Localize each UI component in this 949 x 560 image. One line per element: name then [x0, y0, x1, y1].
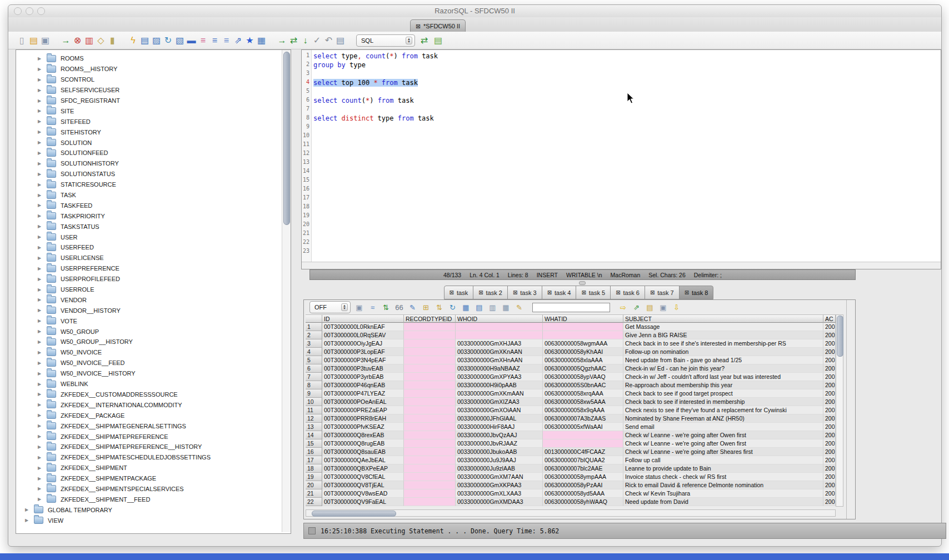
tree-item-w50-invoice[interactable]: ▶W50_INVOICE [16, 347, 282, 358]
cell-rownum[interactable]: 4 [306, 348, 322, 356]
cell-subject[interactable]: Check back to see if interested in membe… [623, 398, 823, 406]
cell-id[interactable]: 00T3000000POeAnEAL [322, 398, 404, 406]
editor-line[interactable]: 5 [302, 88, 941, 97]
cell-ac[interactable]: 200 [823, 381, 836, 389]
cell-recordtypeid[interactable] [404, 348, 456, 356]
auto-commit-icon[interactable]: ⇄ [418, 36, 430, 45]
expand-triangle-icon[interactable]: ▶ [36, 224, 43, 229]
editor-line[interactable]: 3 [302, 70, 941, 79]
tree-item-solutionhistory[interactable]: ▶SOLUTIONHISTORY [16, 158, 282, 169]
cell-recordtypeid[interactable] [404, 364, 456, 373]
cell-subject[interactable]: Check back in to see if she's interested… [623, 339, 823, 348]
expand-triangle-icon[interactable]: ▶ [36, 371, 43, 376]
cell-whoid[interactable]: 0033000000GmXHnAAN [456, 356, 543, 364]
expand-triangle-icon[interactable]: ▶ [36, 108, 43, 113]
expand-triangle-icon[interactable]: ▶ [23, 507, 31, 512]
tab-close-icon[interactable]: ⊠ [650, 289, 655, 296]
expand-triangle-icon[interactable]: ▶ [36, 234, 43, 239]
editor-line[interactable]: 6select count(*) from task [302, 97, 941, 106]
tree-item-userfeed[interactable]: ▶USERFEED [16, 242, 282, 253]
expand-triangle-icon[interactable]: ▶ [36, 297, 43, 302]
cell-whatid[interactable]: 0013000000C4fFCAAZ [543, 448, 623, 456]
new-connection-icon[interactable]: ◇ [95, 36, 107, 45]
editor-line[interactable]: 11 [302, 141, 941, 150]
expand-triangle-icon[interactable]: ▶ [36, 77, 43, 82]
cell-whoid[interactable]: 0033000000GmXM7AAN [456, 473, 543, 481]
table-row[interactable]: 700T3000000P3yrbEAB0033000000GmXPYAA3006… [306, 373, 836, 381]
editor-line[interactable]: 10 [302, 132, 941, 141]
cell-id[interactable]: 00T3000000QV8wsEAD [322, 489, 404, 498]
save-as-icon[interactable]: ▣ [658, 304, 668, 311]
tab-close-icon[interactable]: ⊠ [416, 23, 421, 29]
column-header-WHATID[interactable]: WHATID [543, 314, 623, 323]
help-book-icon[interactable]: ▬ [186, 36, 197, 45]
query-builder-icon[interactable]: ▨ [151, 36, 162, 45]
tree-item-vendor[interactable]: ▶VENDOR [16, 294, 282, 305]
tree-item-solution[interactable]: ▶SOLUTION [16, 137, 282, 148]
sql-history-icon[interactable]: ▤ [334, 36, 346, 45]
cell-rownum[interactable]: 1 [306, 323, 322, 331]
grid-options-icon[interactable]: ▦ [461, 304, 471, 311]
copy-grid-icon[interactable]: ▦ [501, 304, 511, 311]
cell-ac[interactable]: 200 [823, 473, 836, 481]
editor-line[interactable]: 18 [302, 203, 941, 212]
tree-item-zkfedex-shipmentpackage[interactable]: ▶ZKFEDEX__SHIPMENTPACKAGE [16, 473, 282, 484]
sort-results-icon[interactable]: ≈ [368, 304, 377, 311]
stepper-icon[interactable]: ▲▼ [341, 303, 348, 311]
tree-item-userlicense[interactable]: ▶USERLICENSE [16, 253, 282, 263]
edit-cell-icon[interactable]: ✎ [408, 304, 417, 311]
tree-item-task[interactable]: ▶TASK [16, 190, 282, 201]
cell-rownum[interactable]: 20 [306, 481, 322, 489]
export-results-icon[interactable]: ⇗ [632, 304, 641, 311]
tree-item-global-temporary[interactable]: ▶GLOBAL TEMPORARY [16, 504, 282, 515]
cell-recordtypeid[interactable] [404, 389, 456, 398]
tree-item-userrole[interactable]: ▶USERROLE [16, 284, 282, 295]
cell-subject[interactable]: Rick to email David & reference Delmonte… [623, 481, 823, 489]
sort-column-icon[interactable]: ⇅ [434, 304, 444, 311]
cell-id[interactable]: 00T3000000P3N4pEAF [322, 356, 404, 364]
expand-triangle-icon[interactable]: ▶ [36, 392, 43, 397]
scroll-down-icon[interactable]: ⇩ [672, 304, 681, 311]
cell-ac[interactable]: 200 [823, 498, 836, 506]
editor-line[interactable]: 7 [302, 106, 941, 114]
result-tab-task-5[interactable]: ⊠task 5 [576, 286, 611, 299]
cell-whoid[interactable]: 0033000000GmXIZAA3 [456, 398, 543, 406]
expand-triangle-icon[interactable]: ▶ [36, 329, 43, 334]
tree-item-solutionfeed[interactable]: ▶SOLUTIONFEED [16, 148, 282, 158]
cell-whoid[interactable]: 0033000000Ju9J9AAJ [456, 456, 543, 464]
database-icon[interactable]: ▮ [107, 36, 118, 45]
editor-line[interactable]: 13 [302, 159, 941, 168]
cell-whatid[interactable]: 006300000058yKhAAI [543, 348, 623, 356]
column-header-AC[interactable]: AC [823, 314, 836, 323]
tree-item-w50-group-history[interactable]: ▶W50_GROUP__HISTORY [16, 337, 282, 347]
expand-triangle-icon[interactable]: ▶ [36, 287, 43, 292]
results-vscrollbar-thumb[interactable] [837, 316, 843, 357]
cell-whatid[interactable]: 00630000007blc2AAE [543, 464, 623, 473]
cell-whatid[interactable]: 00630000007bIQUAA2 [543, 456, 623, 464]
cell-subject[interactable]: Check w/ Leanne - we're going after Owen… [623, 439, 823, 448]
expand-triangle-icon[interactable]: ▶ [36, 256, 43, 261]
cell-whatid[interactable]: 006300000058xlaAAA [543, 356, 623, 364]
cell-id[interactable]: 00T3000000QV8TjEAL [322, 481, 404, 489]
cell-subject[interactable]: Need update from Bain - gave go ahead 1/… [623, 356, 823, 364]
expand-triangle-icon[interactable]: ▶ [36, 361, 43, 366]
cell-rownum[interactable]: 19 [306, 473, 322, 481]
cell-recordtypeid[interactable] [404, 464, 456, 473]
find-next-icon[interactable]: ⇨ [618, 304, 628, 311]
cell-id[interactable]: 00T3000000PREZaEAP [322, 406, 404, 414]
cell-whatid[interactable]: 006300000058yd5AAA [543, 489, 623, 498]
cell-id[interactable]: 00T3000000PRR8rEAH [322, 414, 404, 423]
editor-line[interactable]: 4select top 100 * from task [302, 79, 941, 88]
cell-rownum[interactable]: 14 [306, 431, 322, 439]
cell-rownum[interactable]: 21 [306, 489, 322, 498]
cell-whoid[interactable]: 0033000000H9i0pAAB [456, 381, 543, 389]
cell-whoid[interactable]: 0033000000Ju9zlAAB [456, 464, 543, 473]
tab-close-icon[interactable]: ⊠ [685, 289, 689, 296]
cell-id[interactable]: 00T3000000P47LYEAZ [322, 389, 404, 398]
cell-id[interactable]: 00T3000000P3tuvEAB [322, 364, 404, 373]
cell-ac[interactable]: 200 [823, 373, 836, 381]
cell-whoid[interactable]: 0033000000GmXPYAA3 [456, 373, 543, 381]
table-row[interactable]: 2100T3000000QV8wsEAD0033000000GmXLXAA300… [306, 489, 836, 498]
expand-triangle-icon[interactable]: ▶ [36, 193, 43, 198]
cell-ac[interactable]: 200 [823, 406, 836, 414]
